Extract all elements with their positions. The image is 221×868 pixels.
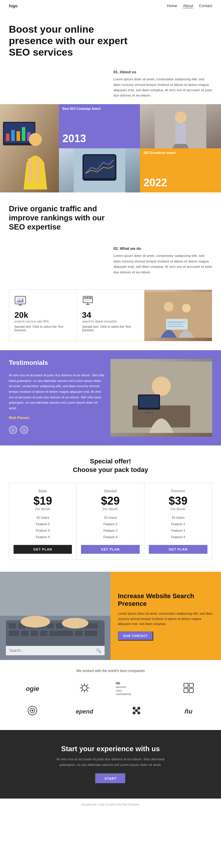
svg-rect-49 <box>145 412 153 413</box>
plan-btn-premium[interactable]: GET PLAN <box>149 545 208 554</box>
svg-rect-10 <box>28 159 32 182</box>
stat-box-1: 20k projects success rate 99% Sample tex… <box>9 290 77 341</box>
hero-image-woman <box>0 104 59 192</box>
award-2022-year: 2022 <box>143 177 218 189</box>
svg-rect-65 <box>40 630 48 636</box>
stat-box-2: 34 award for digital innovation Sample t… <box>77 290 144 341</box>
cta-search-area: 🔍 <box>6 646 105 655</box>
partner-ogie: ogie <box>9 682 56 695</box>
plan-name-premium: Premium <box>149 489 208 493</box>
navbar: logo Home About Contact <box>0 0 221 12</box>
svg-rect-22 <box>19 300 20 303</box>
plan-period-standart: Per Month <box>81 507 139 511</box>
stat2-text: Sample text. Click to select the Text El… <box>82 325 138 332</box>
about-text: Lorem ipsum dolor sit amet, consectetur … <box>113 76 212 98</box>
testimonials-arrows: ‹ › <box>9 426 105 434</box>
nav-contact[interactable]: Contact <box>199 3 212 8</box>
svg-point-87 <box>133 707 136 710</box>
next-arrow[interactable]: › <box>20 426 28 434</box>
hero-heading: Boost your online presence with our expe… <box>9 24 133 58</box>
cta-title: Increase Website Search Presence <box>118 592 214 608</box>
svg-rect-20 <box>16 298 24 299</box>
award-2013-box: Best SEO Campaign Award 2013 <box>59 104 140 148</box>
partners-section: We worked with the world's best companie… <box>0 660 221 730</box>
plan-btn-standart[interactable]: GET PLAN <box>81 545 139 554</box>
svg-point-90 <box>137 711 140 714</box>
svg-rect-31 <box>89 297 91 298</box>
monitor-icon <box>15 296 71 308</box>
price-premium: Premium $39 Per Month 15 Users Feature 2… <box>144 483 212 560</box>
partners-logos-row2: epend ñu <box>9 702 212 721</box>
svg-rect-5 <box>11 130 15 141</box>
section2-heading: Drive organic traffic and improve rankin… <box>9 204 121 232</box>
testimonials-author: Nick Parsen <box>9 416 105 420</box>
partner-icon1 <box>61 679 108 699</box>
cta-dark-btn[interactable]: START <box>95 773 126 784</box>
search-input[interactable] <box>9 649 96 653</box>
plan-btn-basic[interactable]: GET PLAN <box>13 545 72 554</box>
plan-name-basic: Basic <box>13 489 72 493</box>
cta-text-box: Increase Website Search Presence Lorem i… <box>111 572 221 660</box>
plan-name-standart: Standart <box>81 489 139 493</box>
svg-point-9 <box>29 133 42 146</box>
footer-note: Sample text. Click to select the Text El… <box>0 799 221 811</box>
partner-hd: HDINDUSTRYLINKSCORPORATION <box>113 679 160 699</box>
partner-epend: epend <box>61 705 108 718</box>
svg-line-79 <box>81 690 83 691</box>
svg-rect-11 <box>35 159 40 182</box>
testimonials-section: Testimonials At vero eos et accusam et j… <box>0 350 221 445</box>
nav-home[interactable]: Home <box>167 3 177 8</box>
pricing-grid: Basic $19 Per Month 15 Users Feature 2 F… <box>9 483 212 560</box>
svg-rect-66 <box>50 630 73 636</box>
partner-nu: ñu <box>165 705 213 718</box>
svg-rect-81 <box>184 688 188 693</box>
plan-price-standart: $29 <box>81 495 139 507</box>
cta-dark-section: Start your experience with us At vero eo… <box>0 730 221 799</box>
whatwedo-section: 02. What we do Lorem ipsum dolor sit ame… <box>0 246 221 281</box>
plan-period-basic: Per Month <box>13 507 72 511</box>
prev-arrow[interactable]: ‹ <box>9 426 17 434</box>
pricing-heading: Special offer! Choose your pack today <box>9 457 212 474</box>
partner-icon3 <box>9 702 56 721</box>
award-2013-year: 2013 <box>62 132 136 145</box>
svg-rect-83 <box>189 688 193 693</box>
stat2-number: 34 <box>82 310 138 320</box>
whatwedo-text: Lorem ipsum dolor sit amet, consectetur … <box>113 253 212 275</box>
hero-section: Boost your online presence with our expe… <box>0 12 221 67</box>
stat1-desc: projects success rate 99% <box>15 320 71 323</box>
svg-point-89 <box>133 711 136 714</box>
svg-rect-6 <box>17 131 20 141</box>
cta-dark-heading: Start your experience with us <box>9 745 212 753</box>
hero-image-tablet <box>59 148 140 192</box>
stat1-number: 20k <box>15 310 71 320</box>
price-basic: Basic $19 Per Month 15 Users Feature 2 F… <box>9 483 77 560</box>
svg-rect-68 <box>85 630 97 636</box>
plan-period-premium: Per Month <box>149 507 208 511</box>
testimonials-body: At vero eos et accusam et justo duo dolo… <box>9 372 105 411</box>
about-label: 01. About us <box>113 70 212 74</box>
svg-rect-80 <box>184 683 188 687</box>
svg-point-91 <box>135 709 138 712</box>
svg-point-71 <box>82 686 87 690</box>
award-2022-box: SEO Excellence Award 2022 <box>140 148 221 192</box>
svg-rect-4 <box>6 133 9 141</box>
plan-price-premium: $39 <box>149 495 208 507</box>
svg-rect-29 <box>84 297 86 298</box>
svg-rect-7 <box>22 127 25 141</box>
svg-rect-63 <box>21 630 29 636</box>
cta-contact-btn[interactable]: OUR CONTACT <box>118 631 153 641</box>
svg-rect-47 <box>139 396 159 407</box>
svg-line-76 <box>81 684 83 686</box>
svg-line-78 <box>86 684 88 686</box>
svg-rect-62 <box>9 630 19 636</box>
svg-rect-14 <box>175 123 186 144</box>
svg-line-77 <box>86 690 88 691</box>
svg-point-45 <box>152 377 171 396</box>
award-2013-label: Best SEO Campaign Award <box>62 107 101 110</box>
nav-links: Home About Contact <box>167 3 212 8</box>
partner-icon4 <box>113 702 160 721</box>
svg-point-69 <box>21 616 50 628</box>
nav-about[interactable]: About <box>183 3 193 8</box>
award-2022-label: SEO Excellence Award <box>143 151 175 154</box>
image-grid: Best SEO Campaign Award 2013 <box>0 104 221 192</box>
